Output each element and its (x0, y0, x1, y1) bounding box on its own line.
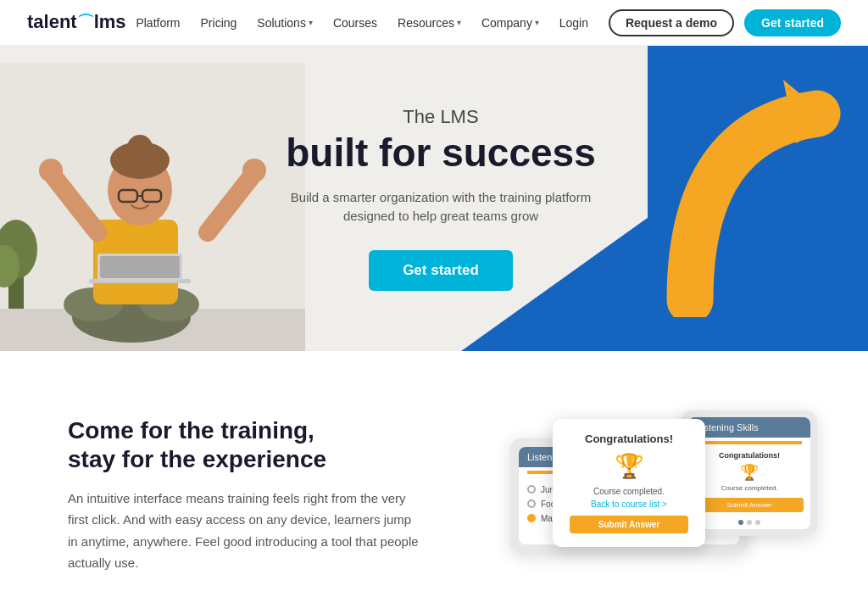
trophy-icon: 🏆 (570, 452, 688, 480)
phone-progress-bar (697, 441, 802, 444)
congrats-title: Congratulations! (570, 432, 688, 445)
nav-company[interactable]: Company ▾ (473, 11, 548, 35)
logo-cloud-icon: ⌒ (77, 13, 94, 31)
mock-radio-3 (527, 514, 536, 522)
nav-platform[interactable]: Platform (127, 11, 188, 35)
features-title: Come for the training, stay for the expe… (68, 416, 424, 473)
chevron-down-icon: ▾ (535, 18, 539, 27)
hero-title: built for success (271, 131, 610, 175)
phone-screen: Listening Skills Congratulations! 🏆 Cour… (688, 417, 810, 529)
nav-resources[interactable]: Resources ▾ (389, 11, 470, 35)
features-section: Come for the training, stay for the expe… (0, 351, 868, 597)
nav-right: Login Request a demo Get started (549, 9, 841, 36)
svg-point-13 (242, 159, 266, 182)
chevron-down-icon: ▾ (457, 18, 461, 27)
hero-description: Build a smarter organization with the tr… (271, 188, 610, 226)
logo-wordmark: talent⌒lms (27, 11, 126, 34)
course-completed-text: Course completed. (570, 487, 688, 496)
request-demo-button[interactable]: Request a demo (609, 9, 734, 36)
navigation: talent⌒lms Platform Pricing Solutions ▾ … (0, 0, 868, 46)
phone-dot-3 (755, 520, 760, 525)
hero-subtitle: The LMS (271, 106, 610, 128)
login-button[interactable]: Login (549, 11, 598, 35)
hero-section: The LMS built for success Build a smarte… (0, 46, 868, 351)
submit-answer-button[interactable]: Submit Answer (570, 516, 688, 533)
mock-radio-2 (527, 499, 536, 508)
mock-radio-1 (527, 485, 536, 494)
svg-rect-23 (100, 256, 180, 278)
logo-link[interactable]: talent⌒lms (27, 11, 126, 34)
chevron-down-icon: ▾ (309, 18, 313, 27)
hero-arrow-decoration (665, 63, 851, 317)
hero-content: The LMS built for success Build a smarte… (271, 106, 610, 291)
phone-completed: Course completed. (688, 482, 810, 494)
nav-solutions[interactable]: Solutions ▾ (248, 11, 321, 35)
phone-dot-1 (738, 520, 743, 525)
features-visual: Listening Skills 100% Jump in and explor… (458, 402, 800, 589)
phone-trophy-icon: 🏆 (688, 463, 810, 482)
phone-congrats-title: Congratulations! (688, 448, 810, 463)
features-description: An intuitive interface means training fe… (68, 488, 424, 574)
svg-point-12 (39, 159, 63, 182)
hero-get-started-button[interactable]: Get started (369, 250, 513, 291)
features-text: Come for the training, stay for the expe… (68, 416, 424, 573)
phone-dots (688, 516, 810, 529)
phone-dot-2 (747, 520, 752, 525)
hero-person-image (0, 63, 305, 351)
congratulations-popup: Congratulations! 🏆 Course completed. Bac… (553, 419, 705, 547)
nav-links: Platform Pricing Solutions ▾ Courses Res… (127, 11, 548, 35)
svg-point-17 (127, 135, 153, 160)
nav-pricing[interactable]: Pricing (192, 11, 246, 35)
get-started-nav-button[interactable]: Get started (744, 9, 841, 36)
back-to-course-link[interactable]: Back to course list > (570, 499, 688, 509)
nav-courses[interactable]: Courses (325, 11, 386, 35)
logo-talent: talent (27, 11, 77, 32)
phone-progress-fill (697, 441, 802, 444)
logo-lms: lms (94, 11, 126, 32)
phone-submit-button[interactable]: Submit Answer (695, 498, 804, 512)
phone-mock-header: Listening Skills (688, 417, 810, 438)
